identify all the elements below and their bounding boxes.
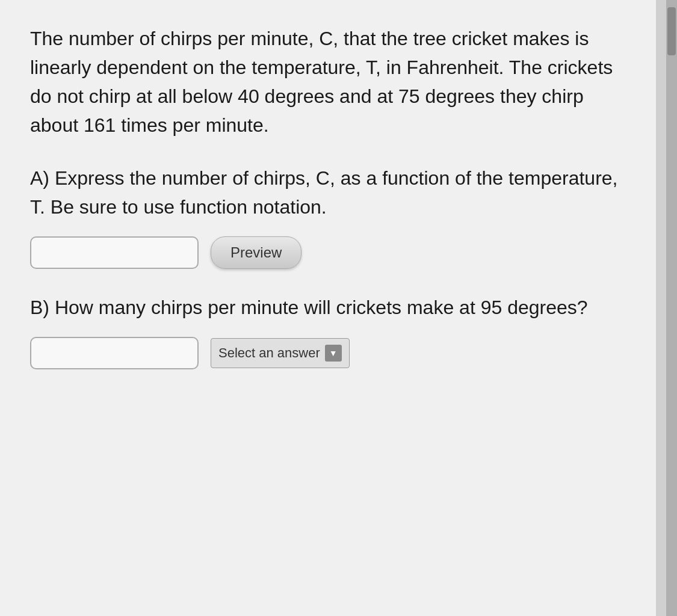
select-answer-dropdown[interactable]: Select an answer ▼ [211,338,350,368]
intro-paragraph: The number of chirps per minute, C, that… [30,24,626,140]
part-b-section: B) How many chirps per minute will crick… [30,293,626,369]
part-a-input[interactable] [30,236,199,269]
main-content: The number of chirps per minute, C, that… [0,0,656,616]
part-b-input-row: Select an answer ▼ [30,337,626,369]
dropdown-arrow-icon: ▼ [325,345,342,362]
scrollbar-thumb[interactable] [667,7,676,55]
part-a-text: A) Express the number of chirps, C, as a… [30,164,626,221]
part-a-input-row: Preview [30,236,626,269]
part-a-section: A) Express the number of chirps, C, as a… [30,164,626,269]
preview-button[interactable]: Preview [211,236,301,269]
part-b-text: B) How many chirps per minute will crick… [30,293,626,322]
part-b-input[interactable] [30,337,199,369]
select-answer-label: Select an answer [218,345,320,361]
scrollbar[interactable] [666,0,677,616]
